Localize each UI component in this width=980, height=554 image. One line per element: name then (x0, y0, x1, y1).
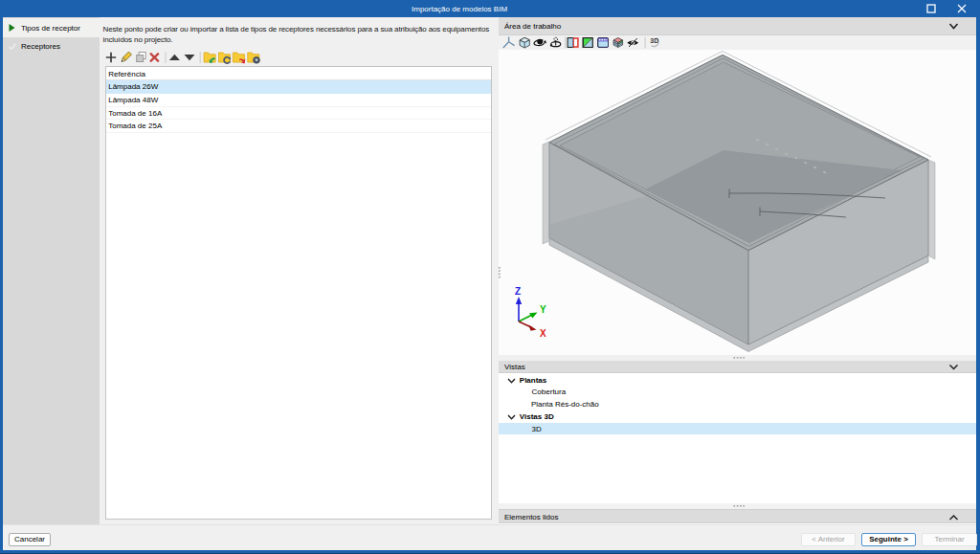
svg-text:Z: Z (515, 286, 521, 297)
svg-text:Y: Y (540, 304, 546, 315)
svg-text:X: X (540, 328, 546, 339)
svg-text:3D: 3D (650, 37, 658, 44)
